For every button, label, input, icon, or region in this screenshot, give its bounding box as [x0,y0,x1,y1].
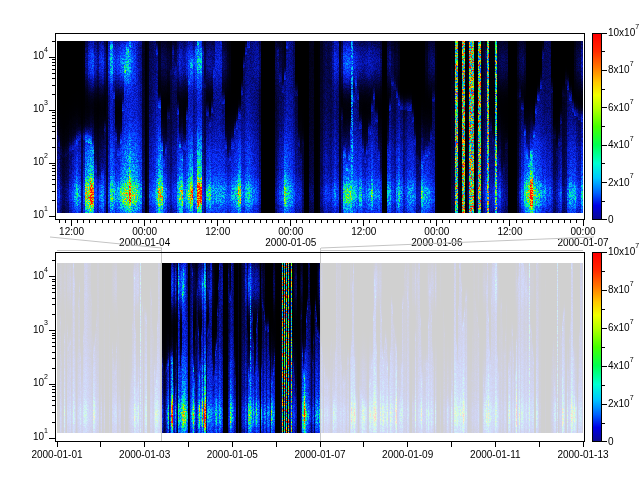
x-minor-tick [284,220,285,223]
colorbar-tick-label: 6x107 [608,102,640,114]
y-minor-tick [52,69,55,70]
x-minor-tick [302,220,303,223]
top-colorbar[interactable] [592,33,602,220]
x-day-tick [495,442,496,447]
x-minor-tick [248,220,249,223]
x-minor-tick [77,220,78,223]
x-minor-tick [333,220,334,223]
x-minor-tick [272,220,273,223]
x-minor-tick [424,220,425,223]
dim-box-top-line-right [320,250,583,251]
y-minor-tick [52,412,55,413]
x-minor-tick [503,220,504,223]
colorbar-tick-label: 8x107 [608,64,640,76]
y-minor-tick [52,400,55,401]
x-minor-tick [132,220,133,223]
colorbar-minor-tick [602,271,605,272]
y-minor-tick [52,126,55,127]
y-minor-tick [52,368,55,369]
colorbar-major-tick [602,70,607,71]
y-minor-tick [52,175,55,176]
colorbar-minor-tick [602,385,605,386]
y-major-tick [49,330,55,331]
x-minor-tick [442,220,443,223]
x-minor-tick [278,220,279,223]
y-tick-label: 104 [14,50,48,62]
y-minor-tick [52,333,55,334]
y-major-tick [49,438,55,439]
colorbar-minor-tick [602,423,605,424]
x-minor-tick [59,220,60,223]
x-day-tick [188,442,189,447]
colorbar-minor-tick [602,51,605,52]
x-major-tick [290,220,291,226]
y-minor-tick [52,314,55,315]
x-major-tick [71,220,72,226]
y-minor-tick [52,285,55,286]
y-minor-tick [52,184,55,185]
bottom-colorbar[interactable] [592,252,602,442]
colorbar-minor-tick [602,201,605,202]
x-minor-tick [522,220,523,223]
x-tick-date-label: 2000-01-11 [461,449,529,461]
x-day-tick [100,442,101,447]
y-minor-tick [52,118,55,119]
x-minor-tick [479,220,480,223]
dimmed-region-right[interactable] [320,263,583,433]
x-day-tick [276,442,277,447]
selection-right-handle[interactable] [320,248,321,442]
y-minor-tick [52,288,55,289]
x-minor-tick [461,220,462,223]
colorbar-minor-tick [602,126,605,127]
x-minor-tick [534,220,535,223]
y-minor-tick [52,65,55,66]
x-tick-date-label: 2000-01-13 [549,449,617,461]
x-tick-time-label: 12:00 [50,226,94,238]
x-minor-tick [455,220,456,223]
x-minor-tick [485,220,486,223]
x-minor-tick [540,220,541,223]
y-minor-tick [52,171,55,172]
colorbar-major-tick [602,441,607,442]
x-tick-time-label: 12:00 [342,226,386,238]
x-day-tick [539,442,540,447]
x-tick-date-label: 2000-01-07 [550,237,616,249]
colorbar-tick-label: 4x107 [608,360,640,372]
x-day-tick [320,442,321,447]
x-minor-tick [266,220,267,223]
x-tick-date-label: 2000-01-06 [404,237,470,249]
x-day-tick [451,442,452,447]
x-minor-tick [169,220,170,223]
x-minor-tick [327,220,328,223]
selection-left-handle[interactable] [161,248,162,442]
x-minor-tick [339,220,340,223]
y-major-tick [49,384,55,385]
x-minor-tick [150,220,151,223]
x-major-tick [144,220,145,226]
dimmed-region-left[interactable] [57,263,162,433]
y-minor-tick [52,292,55,293]
colorbar-minor-tick [602,347,605,348]
y-tick-label: 102 [14,377,48,389]
x-minor-tick [235,220,236,223]
colorbar-tick-label: 0 [608,214,640,226]
x-major-tick [583,220,584,226]
y-minor-tick [52,279,55,280]
x-minor-tick [491,220,492,223]
top-spectrogram-canvas[interactable] [57,41,583,213]
x-minor-tick [102,220,103,223]
colorbar-tick-label: 10x107 [608,27,640,39]
y-minor-tick [52,200,55,201]
figure: 12:0000:002000-01-0412:0000:002000-01-05… [0,0,640,480]
x-minor-tick [162,220,163,223]
x-tick-date-label: 2000-01-07 [286,449,354,461]
y-major-tick [49,276,55,277]
colorbar-major-tick [602,290,607,291]
top-colorbar-gradient [593,34,601,219]
x-minor-tick [388,220,389,223]
y-minor-tick [52,346,55,347]
y-minor-tick [52,191,55,192]
colorbar-tick-label: 8x107 [608,284,640,296]
colorbar-major-tick [602,328,607,329]
y-tick-label: 101 [14,431,48,443]
